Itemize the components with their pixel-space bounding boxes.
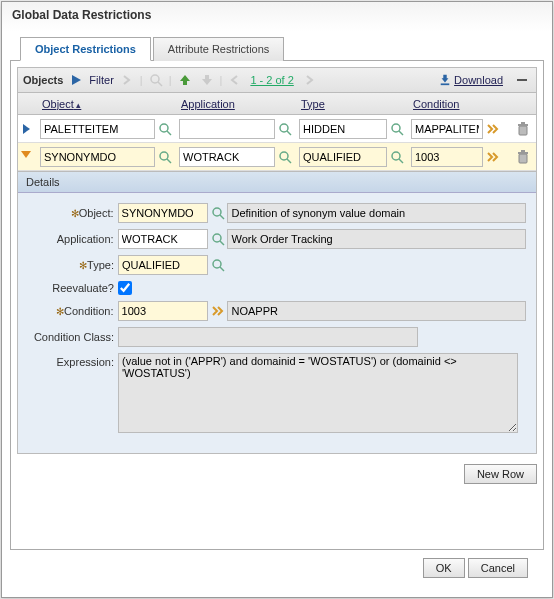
row1-type[interactable] bbox=[299, 119, 387, 139]
application-field[interactable] bbox=[118, 229, 208, 249]
reevaluate-checkbox[interactable] bbox=[118, 281, 132, 295]
object-field[interactable] bbox=[118, 203, 208, 223]
details-section: Details Object: Application: bbox=[17, 172, 537, 454]
type-label: Type: bbox=[28, 259, 118, 271]
type-field[interactable] bbox=[118, 255, 208, 275]
svg-rect-14 bbox=[519, 126, 527, 135]
svg-line-13 bbox=[399, 131, 403, 135]
expression-label: Expression: bbox=[28, 353, 118, 368]
lookup-icon[interactable] bbox=[387, 119, 407, 139]
row1-application[interactable] bbox=[179, 119, 275, 139]
download-link[interactable]: Download bbox=[439, 74, 503, 86]
lookup-icon[interactable] bbox=[275, 119, 295, 139]
svg-rect-15 bbox=[518, 124, 528, 126]
svg-marker-3 bbox=[180, 75, 190, 85]
col-application[interactable]: Application bbox=[179, 98, 275, 110]
grid: Object Application Type Condition bbox=[17, 93, 537, 172]
details-header: Details bbox=[18, 172, 536, 193]
detail-menu-icon[interactable] bbox=[483, 119, 503, 139]
condition-field[interactable] bbox=[118, 301, 208, 321]
object-desc bbox=[227, 203, 526, 223]
svg-point-17 bbox=[160, 152, 168, 160]
ok-button[interactable]: OK bbox=[423, 558, 465, 578]
tab-attribute-restrictions[interactable]: Attribute Restrictions bbox=[153, 37, 284, 61]
row2-application[interactable] bbox=[179, 147, 275, 167]
svg-marker-5 bbox=[442, 75, 449, 83]
arrow-up-icon[interactable] bbox=[176, 71, 194, 89]
detail-menu-icon[interactable] bbox=[483, 147, 503, 167]
lookup-icon[interactable] bbox=[208, 203, 228, 223]
object-label: Object: bbox=[28, 207, 118, 219]
svg-rect-23 bbox=[519, 154, 527, 163]
details-body: Object: Application: Type: bbox=[18, 193, 536, 453]
svg-rect-16 bbox=[521, 122, 525, 124]
svg-line-31 bbox=[220, 267, 224, 271]
svg-line-9 bbox=[167, 131, 171, 135]
col-object[interactable]: Object bbox=[40, 98, 155, 110]
svg-rect-7 bbox=[517, 79, 527, 81]
row-toggle-icon[interactable] bbox=[21, 151, 31, 163]
collapse-icon[interactable] bbox=[513, 71, 531, 89]
dialog-body: Object Restrictions Attribute Restrictio… bbox=[2, 28, 552, 586]
table-toolbar: Objects Filter | | | bbox=[17, 67, 537, 93]
svg-marker-4 bbox=[202, 75, 212, 85]
filter-run-icon[interactable] bbox=[67, 71, 85, 89]
table-row[interactable] bbox=[18, 143, 536, 171]
row2-type[interactable] bbox=[299, 147, 387, 167]
svg-rect-24 bbox=[518, 152, 528, 154]
row2-object[interactable] bbox=[40, 147, 155, 167]
lookup-icon[interactable] bbox=[155, 147, 175, 167]
next-page-icon bbox=[300, 71, 318, 89]
condition-desc bbox=[227, 301, 526, 321]
row1-object[interactable] bbox=[40, 119, 155, 139]
svg-point-10 bbox=[280, 124, 288, 132]
svg-point-1 bbox=[151, 75, 159, 83]
col-condition[interactable]: Condition bbox=[411, 98, 483, 110]
condclass-label: Condition Class: bbox=[28, 331, 118, 343]
dialog-title: Global Data Restrictions bbox=[2, 2, 552, 28]
lookup-icon[interactable] bbox=[155, 119, 175, 139]
svg-point-21 bbox=[392, 152, 400, 160]
dialog: Global Data Restrictions Object Restrict… bbox=[1, 1, 553, 598]
svg-line-11 bbox=[287, 131, 291, 135]
svg-line-2 bbox=[158, 82, 162, 86]
cancel-button[interactable]: Cancel bbox=[468, 558, 528, 578]
row2-condition[interactable] bbox=[411, 147, 483, 167]
svg-rect-25 bbox=[521, 150, 525, 152]
tab-object-restrictions[interactable]: Object Restrictions bbox=[20, 37, 151, 61]
row1-condition[interactable] bbox=[411, 119, 483, 139]
filter-chevron-icon bbox=[118, 71, 136, 89]
application-desc bbox=[227, 229, 526, 249]
tab-panel: Objects Filter | | | bbox=[10, 60, 544, 550]
table-label: Objects bbox=[23, 74, 63, 86]
table-row[interactable] bbox=[18, 115, 536, 143]
filter-label[interactable]: Filter bbox=[89, 74, 113, 86]
delete-row-icon[interactable] bbox=[513, 147, 533, 167]
svg-point-19 bbox=[280, 152, 288, 160]
page-range[interactable]: 1 - 2 of 2 bbox=[250, 74, 293, 86]
svg-rect-6 bbox=[441, 83, 450, 85]
grid-header: Object Application Type Condition bbox=[18, 93, 536, 115]
col-type[interactable]: Type bbox=[299, 98, 387, 110]
svg-marker-0 bbox=[72, 75, 81, 85]
delete-row-icon[interactable] bbox=[513, 119, 533, 139]
reevaluate-label: Reevaluate? bbox=[28, 282, 118, 294]
svg-line-22 bbox=[399, 159, 403, 163]
lookup-icon[interactable] bbox=[275, 147, 295, 167]
find-icon[interactable] bbox=[147, 71, 165, 89]
expression-field: (value not in ('APPR') and domainid = 'W… bbox=[118, 353, 518, 433]
lookup-icon[interactable] bbox=[387, 147, 407, 167]
svg-line-29 bbox=[220, 241, 224, 245]
detail-menu-icon[interactable] bbox=[208, 301, 228, 321]
condclass-field bbox=[118, 327, 418, 347]
new-row-button[interactable]: New Row bbox=[464, 464, 537, 484]
paginator: 1 - 2 of 2 bbox=[226, 71, 317, 89]
lookup-icon[interactable] bbox=[208, 229, 228, 249]
row-toggle-icon[interactable] bbox=[23, 124, 30, 134]
svg-point-12 bbox=[392, 124, 400, 132]
condition-label: Condition: bbox=[28, 305, 118, 317]
svg-line-27 bbox=[220, 215, 224, 219]
svg-point-28 bbox=[213, 234, 221, 242]
svg-line-18 bbox=[167, 159, 171, 163]
lookup-icon[interactable] bbox=[208, 255, 228, 275]
